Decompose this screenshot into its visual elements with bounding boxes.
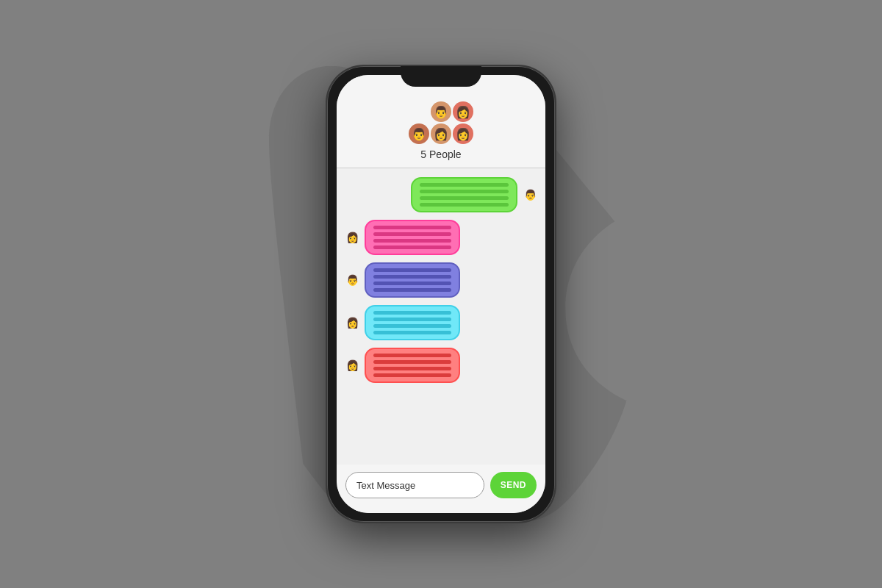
message-avatar: 👩 bbox=[344, 357, 360, 373]
message-bubble-cyan bbox=[365, 305, 460, 340]
message-row: 👩 bbox=[344, 220, 538, 255]
message-bubble-purple bbox=[365, 262, 460, 298]
message-bubble-green bbox=[411, 177, 517, 212]
bubble-line bbox=[373, 282, 451, 285]
avatar-1: 👨 bbox=[431, 101, 451, 122]
bubble-line bbox=[373, 239, 451, 243]
avatar-5: 👩 bbox=[453, 123, 473, 144]
bubble-line bbox=[373, 275, 451, 279]
avatar-3: 👨 bbox=[409, 123, 429, 144]
bubble-line bbox=[373, 311, 451, 315]
bubble-line bbox=[373, 245, 451, 249]
bubble-line bbox=[373, 324, 451, 328]
send-button[interactable]: SEND bbox=[490, 472, 537, 498]
avatar-4: 👩 bbox=[431, 123, 451, 144]
message-row: 👩 bbox=[344, 305, 538, 340]
message-row: 👩 bbox=[344, 348, 538, 383]
phone-screen: 👨 👩 👨 👩 👩 5 People bbox=[337, 75, 545, 513]
avatar-group: 👨 👩 👨 👩 👩 bbox=[409, 101, 473, 144]
bubble-line bbox=[373, 354, 451, 357]
bubble-line bbox=[373, 268, 451, 272]
message-avatar: 👩 bbox=[344, 315, 360, 331]
bubble-line bbox=[420, 196, 509, 200]
bubble-line bbox=[373, 367, 451, 370]
bubble-line bbox=[373, 288, 451, 292]
message-avatar: 👨 bbox=[522, 187, 538, 203]
message-row: 👨 bbox=[344, 177, 538, 212]
text-message-placeholder: Text Message bbox=[356, 480, 415, 491]
bubble-line bbox=[420, 203, 509, 207]
chat-input-area: Text Message SEND bbox=[337, 465, 545, 513]
bubble-line bbox=[373, 232, 451, 236]
message-bubble-salmon bbox=[365, 348, 460, 383]
bubble-line bbox=[373, 373, 451, 377]
message-row: 👨 bbox=[344, 262, 538, 298]
message-avatar: 👨 bbox=[344, 272, 360, 288]
bubble-line bbox=[420, 183, 509, 187]
bubble-line bbox=[420, 190, 509, 193]
bubble-line bbox=[373, 318, 451, 321]
bubble-line bbox=[373, 226, 451, 229]
chat-messages: 👨 👩 👨 bbox=[337, 168, 545, 465]
avatar-2: 👩 bbox=[453, 101, 473, 122]
phone-notch bbox=[401, 66, 481, 87]
text-message-input[interactable]: Text Message bbox=[345, 472, 484, 498]
chat-header: 👨 👩 👨 👩 👩 5 People bbox=[337, 75, 545, 168]
bubble-line bbox=[373, 360, 451, 364]
bubble-line bbox=[373, 331, 451, 334]
phone-device: 👨 👩 👨 👩 👩 5 People bbox=[327, 66, 555, 522]
message-bubble-pink bbox=[365, 220, 460, 255]
group-title: 5 People bbox=[420, 148, 461, 160]
message-avatar: 👩 bbox=[344, 229, 360, 245]
